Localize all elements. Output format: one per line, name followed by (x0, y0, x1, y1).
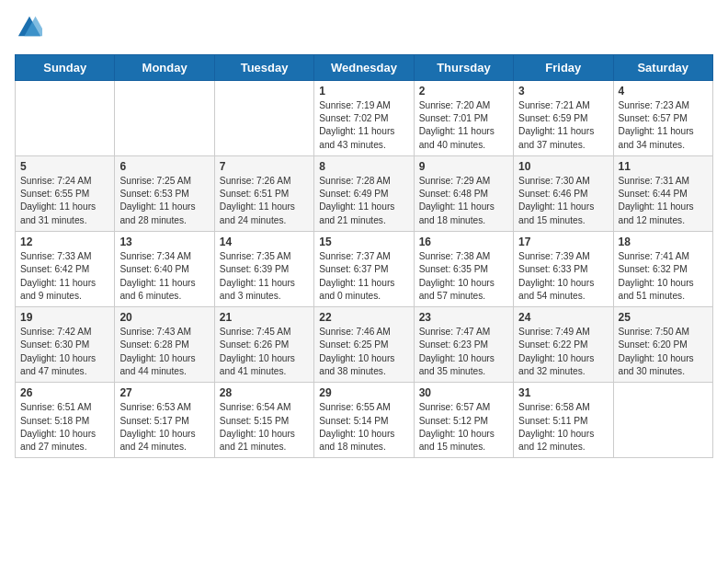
day-info: Sunrise: 7:45 AM Sunset: 6:26 PM Dayligh… (220, 326, 309, 378)
calendar-cell: 4Sunrise: 7:23 AM Sunset: 6:57 PM Daylig… (613, 80, 712, 155)
day-number: 17 (518, 236, 608, 248)
day-number: 6 (119, 160, 209, 173)
calendar-cell: 11Sunrise: 7:31 AM Sunset: 6:44 PM Dayli… (613, 155, 712, 231)
day-number: 15 (319, 236, 408, 248)
day-number: 5 (20, 160, 109, 173)
calendar-cell: 8Sunrise: 7:28 AM Sunset: 6:49 PM Daylig… (314, 155, 414, 231)
day-info: Sunrise: 7:46 AM Sunset: 6:25 PM Dayligh… (319, 326, 408, 378)
day-number: 26 (20, 386, 109, 399)
calendar-cell: 30Sunrise: 6:57 AM Sunset: 5:12 PM Dayli… (414, 383, 513, 458)
day-info: Sunrise: 6:58 AM Sunset: 5:11 PM Dayligh… (518, 401, 608, 454)
calendar-cell: 9Sunrise: 7:29 AM Sunset: 6:48 PM Daylig… (414, 155, 513, 231)
calendar-week-row: 5Sunrise: 7:24 AM Sunset: 6:55 PM Daylig… (16, 155, 713, 231)
day-info: Sunrise: 7:34 AM Sunset: 6:40 PM Dayligh… (119, 250, 209, 303)
weekday-header-wednesday: Wednesday (314, 54, 414, 80)
day-number: 27 (119, 386, 209, 399)
day-info: Sunrise: 7:23 AM Sunset: 6:57 PM Dayligh… (619, 99, 708, 152)
calendar-cell: 25Sunrise: 7:50 AM Sunset: 6:20 PM Dayli… (613, 307, 712, 383)
day-number: 11 (619, 160, 708, 173)
calendar-cell: 26Sunrise: 6:51 AM Sunset: 5:18 PM Dayli… (16, 383, 115, 458)
calendar-week-row: 26Sunrise: 6:51 AM Sunset: 5:18 PM Dayli… (16, 383, 713, 458)
calendar-header-row: SundayMondayTuesdayWednesdayThursdayFrid… (16, 54, 713, 80)
day-info: Sunrise: 7:29 AM Sunset: 6:48 PM Dayligh… (419, 175, 508, 227)
day-number: 24 (518, 311, 608, 324)
day-info: Sunrise: 7:35 AM Sunset: 6:39 PM Dayligh… (220, 250, 309, 303)
calendar-cell (16, 80, 115, 155)
calendar-week-row: 19Sunrise: 7:42 AM Sunset: 6:30 PM Dayli… (16, 307, 713, 383)
day-number: 8 (319, 160, 408, 173)
calendar-cell (214, 80, 313, 155)
calendar-cell: 13Sunrise: 7:34 AM Sunset: 6:40 PM Dayli… (115, 232, 214, 307)
calendar-cell (115, 80, 214, 155)
calendar-table: SundayMondayTuesdayWednesdayThursdayFrid… (15, 54, 713, 459)
calendar-cell: 1Sunrise: 7:19 AM Sunset: 7:02 PM Daylig… (314, 80, 414, 155)
day-number: 12 (20, 236, 109, 248)
day-number: 16 (419, 236, 508, 248)
day-number: 14 (220, 236, 309, 248)
calendar-cell: 17Sunrise: 7:39 AM Sunset: 6:33 PM Dayli… (514, 232, 613, 307)
day-info: Sunrise: 7:30 AM Sunset: 6:46 PM Dayligh… (518, 175, 608, 227)
day-number: 4 (619, 85, 708, 98)
day-info: Sunrise: 7:50 AM Sunset: 6:20 PM Dayligh… (619, 326, 708, 378)
day-number: 3 (518, 85, 608, 98)
day-number: 21 (220, 311, 309, 324)
calendar-cell: 10Sunrise: 7:30 AM Sunset: 6:46 PM Dayli… (514, 155, 613, 231)
day-number: 30 (419, 386, 508, 399)
day-number: 22 (319, 311, 408, 324)
weekday-header-saturday: Saturday (613, 54, 712, 80)
calendar-cell: 5Sunrise: 7:24 AM Sunset: 6:55 PM Daylig… (16, 155, 115, 231)
day-info: Sunrise: 7:31 AM Sunset: 6:44 PM Dayligh… (619, 175, 708, 227)
day-info: Sunrise: 7:43 AM Sunset: 6:28 PM Dayligh… (119, 326, 209, 378)
day-info: Sunrise: 7:38 AM Sunset: 6:35 PM Dayligh… (419, 250, 508, 303)
day-info: Sunrise: 7:19 AM Sunset: 7:02 PM Dayligh… (319, 99, 408, 152)
calendar-cell: 21Sunrise: 7:45 AM Sunset: 6:26 PM Dayli… (214, 307, 313, 383)
day-number: 19 (20, 311, 109, 324)
calendar-cell: 12Sunrise: 7:33 AM Sunset: 6:42 PM Dayli… (16, 232, 115, 307)
day-number: 10 (518, 160, 608, 173)
calendar-cell: 29Sunrise: 6:55 AM Sunset: 5:14 PM Dayli… (314, 383, 414, 458)
weekday-header-sunday: Sunday (16, 54, 115, 80)
day-number: 13 (119, 236, 209, 248)
logo (15, 15, 42, 45)
day-number: 23 (419, 311, 508, 324)
calendar-cell: 15Sunrise: 7:37 AM Sunset: 6:37 PM Dayli… (314, 232, 414, 307)
day-info: Sunrise: 7:42 AM Sunset: 6:30 PM Dayligh… (20, 326, 109, 378)
day-info: Sunrise: 6:57 AM Sunset: 5:12 PM Dayligh… (419, 401, 508, 454)
calendar-cell: 14Sunrise: 7:35 AM Sunset: 6:39 PM Dayli… (214, 232, 313, 307)
day-info: Sunrise: 6:54 AM Sunset: 5:15 PM Dayligh… (220, 401, 309, 454)
day-info: Sunrise: 7:21 AM Sunset: 6:59 PM Dayligh… (518, 99, 608, 152)
day-info: Sunrise: 7:33 AM Sunset: 6:42 PM Dayligh… (20, 250, 109, 303)
logo-icon (17, 15, 42, 40)
day-number: 29 (319, 386, 408, 399)
calendar-week-row: 1Sunrise: 7:19 AM Sunset: 7:02 PM Daylig… (16, 80, 713, 155)
day-number: 7 (220, 160, 309, 173)
day-info: Sunrise: 7:47 AM Sunset: 6:23 PM Dayligh… (419, 326, 508, 378)
day-number: 1 (319, 85, 408, 98)
calendar-cell: 18Sunrise: 7:41 AM Sunset: 6:32 PM Dayli… (613, 232, 712, 307)
day-info: Sunrise: 7:25 AM Sunset: 6:53 PM Dayligh… (119, 175, 209, 227)
calendar-cell: 28Sunrise: 6:54 AM Sunset: 5:15 PM Dayli… (214, 383, 313, 458)
weekday-header-friday: Friday (514, 54, 613, 80)
calendar-cell: 23Sunrise: 7:47 AM Sunset: 6:23 PM Dayli… (414, 307, 513, 383)
calendar-week-row: 12Sunrise: 7:33 AM Sunset: 6:42 PM Dayli… (16, 232, 713, 307)
calendar-cell: 19Sunrise: 7:42 AM Sunset: 6:30 PM Dayli… (16, 307, 115, 383)
day-number: 9 (419, 160, 508, 173)
day-info: Sunrise: 7:49 AM Sunset: 6:22 PM Dayligh… (518, 326, 608, 378)
day-number: 18 (619, 236, 708, 248)
day-info: Sunrise: 7:28 AM Sunset: 6:49 PM Dayligh… (319, 175, 408, 227)
day-info: Sunrise: 7:41 AM Sunset: 6:32 PM Dayligh… (619, 250, 708, 303)
day-info: Sunrise: 7:37 AM Sunset: 6:37 PM Dayligh… (319, 250, 408, 303)
calendar-cell: 27Sunrise: 6:53 AM Sunset: 5:17 PM Dayli… (115, 383, 214, 458)
day-info: Sunrise: 7:24 AM Sunset: 6:55 PM Dayligh… (20, 175, 109, 227)
weekday-header-tuesday: Tuesday (214, 54, 313, 80)
calendar-cell: 7Sunrise: 7:26 AM Sunset: 6:51 PM Daylig… (214, 155, 313, 231)
calendar-cell: 3Sunrise: 7:21 AM Sunset: 6:59 PM Daylig… (514, 80, 613, 155)
page-header (15, 15, 713, 45)
weekday-header-thursday: Thursday (414, 54, 513, 80)
calendar-cell: 20Sunrise: 7:43 AM Sunset: 6:28 PM Dayli… (115, 307, 214, 383)
day-number: 31 (518, 386, 608, 399)
day-info: Sunrise: 6:51 AM Sunset: 5:18 PM Dayligh… (20, 401, 109, 454)
calendar-cell (613, 383, 712, 458)
day-number: 2 (419, 85, 508, 98)
weekday-header-monday: Monday (115, 54, 214, 80)
